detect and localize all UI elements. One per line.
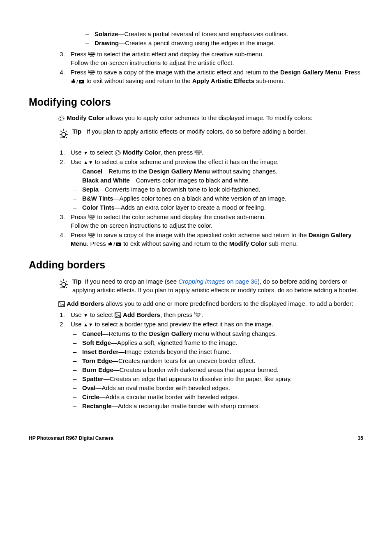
step-2: Use ▲▼ to select a border type and previ… [67, 320, 363, 410]
tip-box: Tip If you plan to apply artistic effect… [58, 127, 363, 143]
step-1: Use ▼ to select Modify Color, then press… [67, 148, 363, 157]
svg-line-25 [66, 281, 67, 282]
artistic-effects-sublist: Solarize—Creates a partial reversal of t… [83, 30, 363, 47]
svg-line-12 [60, 137, 62, 138]
menu-ok-icon: MenuOK [88, 51, 96, 57]
up-down-arrow-icon: ▲▼ [83, 321, 93, 328]
svg-point-16 [119, 153, 120, 153]
list-item: Burn Edge—Creates a border with darkened… [82, 365, 363, 374]
modify-color-intro: Modify Color allows you to apply color s… [58, 113, 363, 122]
top-continuing-section: Solarize—Creates a partial reversal of t… [58, 30, 363, 85]
border-icon [115, 311, 121, 318]
page-number: 35 [358, 435, 363, 442]
list-item: Color Tints—Adds an extra color layer to… [82, 203, 363, 212]
step-3: Press MenuOK to select the color scheme … [67, 213, 363, 230]
svg-point-2 [60, 117, 61, 118]
list-item: Torn Edge—Creates random tears for an un… [82, 356, 363, 365]
list-item: Soft Edge—Applies a soft, vignetted fram… [82, 338, 363, 347]
step-4: Press MenuOK to save a copy of the image… [67, 231, 363, 248]
list-item: Solarize—Creates a partial reversal of t… [95, 30, 363, 38]
svg-point-5 [60, 119, 61, 120]
up-down-arrow-icon: ▲▼ [83, 158, 93, 165]
list-item: Spatter—Creates an edge that appears to … [82, 374, 363, 383]
lightbulb-icon [58, 128, 70, 143]
svg-point-14 [116, 152, 117, 153]
svg-line-13 [66, 137, 67, 138]
list-item: Circle—Adds a circular matte border with… [82, 393, 363, 401]
menu-ok-icon: MenuOK [88, 69, 96, 75]
svg-text:/: / [76, 79, 78, 84]
svg-point-15 [118, 151, 119, 152]
svg-point-6 [62, 132, 66, 136]
artistic-effects-steps: Press MenuOK to select the artistic effe… [58, 50, 363, 85]
add-borders-intro: Add Borders allows you to add one or mor… [58, 299, 363, 308]
menu-ok-icon: MenuOK [88, 214, 96, 220]
svg-point-17 [116, 153, 117, 154]
border-types-list: Cancel—Returns to the Design Gallery men… [71, 329, 363, 410]
camera-playback-icon: / [108, 240, 122, 247]
modify-color-steps: Use ▼ to select Modify Color, then press… [58, 148, 363, 248]
color-schemes-list: Cancel—Returns to the Design Gallery Men… [71, 167, 363, 212]
svg-line-24 [60, 281, 62, 282]
footer-title: HP Photosmart R967 Digital Camera [29, 435, 113, 442]
svg-line-27 [66, 287, 67, 288]
down-arrow-icon: ▼ [83, 312, 88, 318]
list-item: Cancel—Returns to the Design Gallery men… [82, 329, 363, 338]
list-item: Drawing—Creates a pencil drawing using t… [95, 39, 363, 47]
list-item: Cancel—Returns to the Design Gallery Men… [82, 167, 363, 176]
tip-text: Tip If you need to crop an image (see Cr… [72, 277, 363, 294]
down-arrow-icon: ▼ [83, 150, 88, 156]
menu-ok-icon: MenuOK [194, 312, 202, 318]
step-4: Press MenuOK to save a copy of the image… [67, 68, 363, 85]
camera-playback-icon: / [71, 77, 85, 84]
add-borders-steps: Use ▼ to select Add Borders, then press … [58, 310, 363, 410]
cropping-images-link[interactable]: Cropping images on page 36 [178, 278, 258, 285]
palette-icon [115, 149, 121, 156]
page-footer: HP Photosmart R967 Digital Camera 35 [29, 435, 363, 442]
tip-text: Tip If you plan to apply artistic effect… [72, 127, 363, 136]
palette-icon [58, 114, 65, 121]
step-2: Use ▲▼ to select a color scheme and prev… [67, 157, 363, 212]
list-item: Black and White—Converts color images to… [82, 176, 363, 185]
menu-ok-icon: MenuOK [194, 150, 202, 155]
list-item: B&W Tints—Applies color tones on a black… [82, 194, 363, 203]
svg-point-4 [63, 118, 64, 119]
list-item: Inset Border—Image extends beyond the in… [82, 347, 363, 356]
menu-ok-icon: MenuOK [88, 232, 96, 238]
lightbulb-icon [58, 278, 70, 293]
list-item: Rectangle—Adds a rectangular matte borde… [82, 402, 363, 410]
border-icon [58, 300, 65, 307]
svg-text:/: / [113, 242, 115, 247]
list-item: Oval—Adds an oval matte border with beve… [82, 384, 363, 392]
adding-borders-heading: Adding borders [29, 258, 363, 272]
svg-line-26 [60, 287, 62, 288]
step-3: Press MenuOK to select the artistic effe… [67, 50, 363, 67]
list-item: Sepia—Converts image to a brownish tone … [82, 185, 363, 194]
svg-line-10 [60, 131, 62, 132]
svg-line-11 [66, 131, 67, 132]
tip-box: Tip If you need to crop an image (see Cr… [58, 277, 363, 294]
step-1: Use ▼ to select Add Borders, then press … [67, 310, 363, 319]
svg-point-3 [62, 117, 62, 118]
modifying-colors-heading: Modifying colors [29, 95, 363, 109]
svg-point-20 [62, 282, 66, 287]
